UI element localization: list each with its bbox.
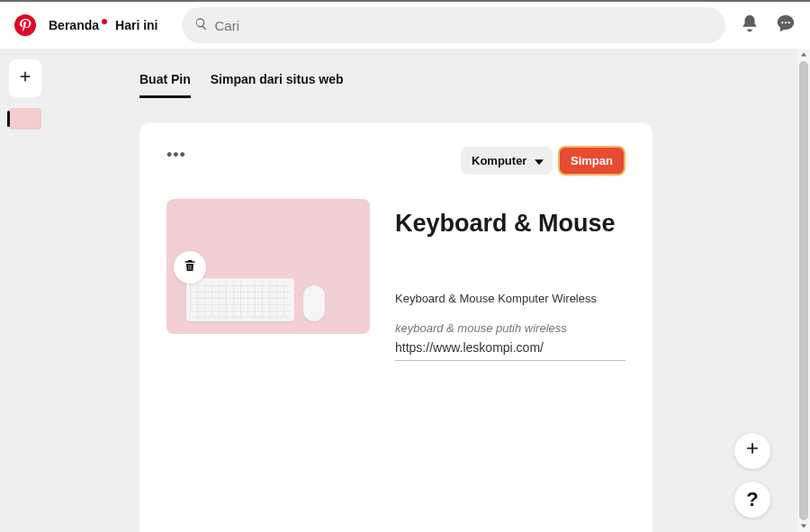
editor-tabs: Buat Pin Simpan dari situs web — [140, 72, 344, 98]
bell-icon[interactable] — [740, 14, 760, 37]
pin-editor-card: ••• Komputer Simpan — [140, 122, 652, 532]
add-pin-tile[interactable] — [9, 59, 41, 97]
keyboard-graphic — [186, 278, 294, 321]
notification-dot-icon — [102, 19, 107, 24]
trash-icon — [183, 258, 197, 276]
search-bar[interactable] — [182, 7, 726, 43]
scroll-up-button[interactable] — [797, 49, 810, 61]
fab-add-button[interactable] — [734, 433, 770, 469]
tab-save-from-web[interactable]: Simpan dari situs web — [211, 72, 344, 98]
image-column — [166, 199, 370, 361]
svg-point-1 — [781, 22, 783, 23]
form-column: Keyboard & Mouse Keyboard & Mouse Komput… — [395, 199, 626, 361]
search-input[interactable] — [215, 18, 714, 33]
top-nav-bar: Beranda Hari ini — [0, 2, 810, 49]
board-select[interactable]: Komputer — [461, 147, 553, 175]
overflow-menu-button[interactable]: ••• — [166, 150, 186, 172]
save-button[interactable]: Simpan — [558, 146, 626, 176]
plus-icon — [17, 68, 33, 89]
vertical-scrollbar[interactable] — [797, 49, 810, 532]
fab-column: ? — [734, 433, 770, 518]
board-select-wrap: Komputer — [461, 147, 553, 175]
fab-help-button[interactable]: ? — [734, 482, 770, 518]
mouse-graphic — [303, 285, 325, 321]
nav-home[interactable]: Beranda — [49, 18, 99, 32]
pin-alt-text[interactable]: keyboard & mouse putih wireless — [395, 321, 626, 335]
svg-point-2 — [785, 22, 787, 23]
delete-image-button[interactable] — [174, 251, 206, 284]
chat-icon[interactable] — [776, 14, 796, 37]
scroll-thumb[interactable] — [799, 61, 808, 520]
nav-today[interactable]: Hari ini — [115, 18, 158, 32]
svg-point-3 — [788, 22, 789, 23]
workspace: Buat Pin Simpan dari situs web ••• Kompu… — [0, 49, 797, 532]
pin-title[interactable]: Keyboard & Mouse — [395, 210, 626, 238]
destination-link-input[interactable] — [395, 335, 626, 361]
nav-home-label: Beranda — [49, 18, 99, 32]
window-chrome-border — [0, 0, 810, 2]
left-rail — [9, 59, 41, 130]
pin-description[interactable]: Keyboard & Mouse Komputer Wireless — [395, 292, 626, 305]
tab-create-pin[interactable]: Buat Pin — [140, 72, 191, 98]
plus-icon — [743, 439, 761, 463]
pin-thumbnail[interactable] — [9, 108, 41, 130]
pinterest-logo-icon[interactable] — [14, 14, 36, 36]
search-icon — [194, 17, 208, 34]
scroll-down-button[interactable] — [797, 519, 810, 532]
